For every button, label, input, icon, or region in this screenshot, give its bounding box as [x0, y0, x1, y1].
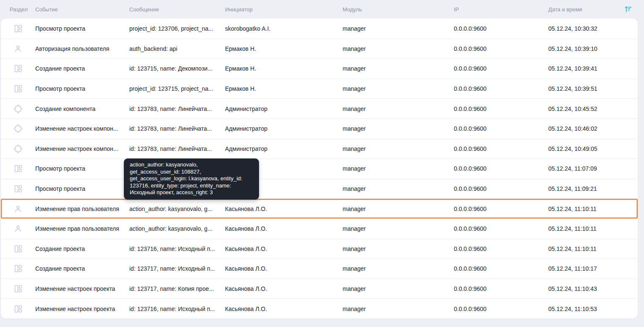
datetime-cell: 05.12.24, 10:39:51 — [548, 85, 638, 92]
project-icon — [13, 244, 23, 253]
datetime-cell: 05.12.24, 10:39:41 — [548, 65, 638, 72]
module-cell: manager — [343, 165, 454, 172]
datetime-cell: 05.12.24, 11:10:43 — [548, 285, 638, 292]
table-row[interactable]: Создание проекта id: 123716, name: Исход… — [1, 239, 638, 259]
message-cell[interactable]: auth_backend: api — [129, 45, 225, 52]
initiator-cell: Касьянова Л.О. — [225, 306, 343, 312]
table-row[interactable]: Создание проекта id: 123715, name: Деком… — [1, 58, 638, 79]
ip-cell: 0.0.0.0:9600 — [454, 245, 548, 252]
initiator-cell: Касьянова Л.О. — [225, 265, 343, 272]
table-row[interactable]: Изменение настроек компон... id: 123783,… — [1, 139, 638, 159]
ip-cell: 0.0.0.0:9600 — [454, 265, 548, 272]
project-icon — [13, 264, 23, 273]
datetime-cell: 05.12.24, 10:49:05 — [548, 145, 638, 152]
initiator-cell: Администратор — [225, 145, 343, 152]
module-cell: manager — [343, 105, 454, 112]
table-row[interactable]: Просмотр проекта project_id: 123706, pro… — [1, 18, 638, 39]
project-icon — [13, 284, 23, 293]
table-row[interactable]: Просмотр проекта project_id: 123715, pro… — [1, 79, 638, 99]
initiator-cell: Ермаков Н. — [225, 45, 343, 52]
message-cell[interactable]: id: 123716, name: Исходный п... — [129, 306, 225, 312]
initiator-cell: Ермаков Н. — [225, 85, 343, 92]
table-row[interactable]: Изменение настроек компон... id: 123783,… — [1, 119, 638, 139]
message-cell[interactable]: id: 123783, name: Линейчата... — [129, 125, 225, 132]
user-icon — [13, 224, 23, 233]
message-tooltip: action_author: kasyanovalo, get_access_u… — [124, 158, 259, 200]
initiator-cell: Администратор — [225, 125, 343, 132]
datetime-cell: 05.12.24, 11:09:21 — [548, 185, 638, 192]
table-row[interactable]: Создание компонента id: 123783, name: Ли… — [1, 98, 638, 119]
table-row[interactable]: Изменение настроек проекта id: 123717, n… — [1, 279, 638, 299]
module-cell: manager — [343, 85, 454, 92]
event-cell: Создание проекта — [35, 245, 129, 252]
message-cell[interactable]: project_id: 123715, project_na... — [129, 85, 225, 92]
datetime-cell: 05.12.24, 11:10:17 — [548, 265, 638, 272]
ip-cell: 0.0.0.0:9600 — [454, 165, 548, 172]
project-icon — [13, 184, 23, 193]
datetime-cell: 05.12.24, 11:10:11 — [548, 206, 638, 212]
message-cell[interactable]: action_author: kasyanovalo, g... — [129, 206, 225, 212]
module-cell: manager — [343, 206, 454, 212]
event-cell: Изменение прав пользователя — [35, 206, 129, 212]
event-cell: Изменение настроек компон... — [35, 125, 129, 132]
event-cell: Создание проекта — [35, 265, 129, 272]
module-cell: manager — [343, 45, 454, 52]
user-icon — [13, 44, 23, 53]
table-header: Раздел Событие Сообщение Инициатор Модул… — [1, 0, 638, 18]
event-cell: Изменение настроек проекта — [35, 285, 129, 292]
sort-ascending-icon[interactable] — [623, 5, 633, 14]
module-cell: manager — [343, 145, 454, 152]
datetime-cell: 05.12.24, 11:10:11 — [548, 225, 638, 232]
datetime-cell: 05.12.24, 10:30:32 — [548, 25, 638, 32]
column-header-module: Модуль — [343, 6, 454, 13]
datetime-cell: 05.12.24, 11:10:11 — [548, 245, 638, 252]
message-cell[interactable]: id: 123715, name: Декомпози... — [129, 65, 225, 72]
table-row[interactable]: Просмотр проекта manager 0.0.0.0:9600 05… — [1, 179, 638, 199]
initiator-cell: Касьянова Л.О. — [225, 225, 343, 232]
message-cell[interactable]: id: 123783, name: Линейчата... — [129, 105, 225, 112]
module-cell: manager — [343, 185, 454, 192]
module-cell: manager — [343, 225, 454, 232]
ip-cell: 0.0.0.0:9600 — [454, 125, 548, 132]
column-header-message: Сообщение — [129, 6, 225, 13]
ip-cell: 0.0.0.0:9600 — [454, 306, 548, 312]
table-row-selected[interactable]: Изменение прав пользователя action_autho… — [1, 198, 638, 219]
column-header-section: Раздел — [1, 6, 35, 13]
table-row[interactable]: Просмотр проекта manager 0.0.0.0:9600 05… — [1, 158, 638, 179]
event-cell: Изменение прав пользователя — [35, 225, 129, 232]
table-row[interactable]: Изменение прав пользователя action_autho… — [1, 219, 638, 239]
message-cell[interactable]: id: 123783, name: Линейчата... — [129, 145, 225, 152]
event-cell: Изменение настроек проекта — [35, 306, 129, 312]
initiator-cell: skorobogatko A.I. — [225, 25, 343, 32]
ip-cell: 0.0.0.0:9600 — [454, 145, 548, 152]
ip-cell: 0.0.0.0:9600 — [454, 206, 548, 212]
datetime-cell: 05.12.24, 11:07:09 — [548, 165, 638, 172]
ip-cell: 0.0.0.0:9600 — [454, 105, 548, 112]
module-cell: manager — [343, 25, 454, 32]
table-row[interactable]: Авторизация пользователя auth_backend: a… — [1, 39, 638, 59]
module-cell: manager — [343, 265, 454, 272]
message-cell[interactable]: project_id: 123706, project_na... — [129, 25, 225, 32]
user-icon — [13, 204, 23, 214]
event-cell: Просмотр проекта — [35, 185, 129, 192]
table-row[interactable]: Создание проекта id: 123717, name: Исход… — [1, 258, 638, 279]
module-cell: manager — [343, 285, 454, 292]
datetime-cell: 05.12.24, 10:46:02 — [548, 125, 638, 132]
ip-cell: 0.0.0.0:9600 — [454, 85, 548, 92]
table-row[interactable]: Изменение настроек проекта id: 123716, n… — [1, 298, 638, 319]
project-icon — [13, 64, 23, 73]
ip-cell: 0.0.0.0:9600 — [454, 25, 548, 32]
message-cell[interactable]: id: 123716, name: Исходный п... — [129, 245, 225, 252]
message-cell[interactable]: id: 123717, name: Копия прое... — [129, 285, 225, 292]
column-header-initiator: Инициатор — [225, 6, 343, 13]
initiator-cell: Касьянова Л.О. — [225, 245, 343, 252]
event-cell: Просмотр проекта — [35, 25, 129, 32]
message-cell[interactable]: id: 123717, name: Исходный п... — [129, 265, 225, 272]
message-cell[interactable]: action_author: kasyanovalo, g... — [129, 225, 225, 232]
puzzle-icon — [13, 144, 23, 153]
audit-log-page: Раздел Событие Сообщение Инициатор Модул… — [0, 0, 644, 327]
ip-cell: 0.0.0.0:9600 — [454, 185, 548, 192]
datetime-cell: 05.12.24, 10:45:52 — [548, 105, 638, 112]
project-icon — [13, 164, 23, 173]
module-cell: manager — [343, 65, 454, 72]
